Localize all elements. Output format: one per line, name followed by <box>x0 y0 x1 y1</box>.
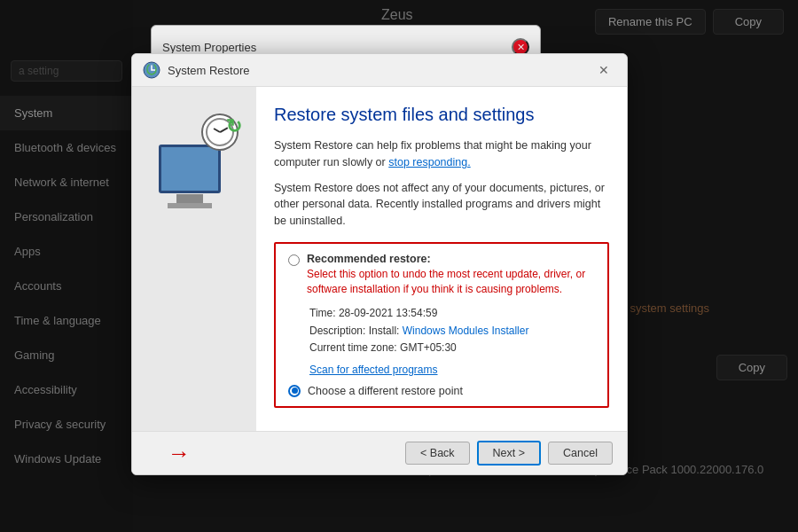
dialog-heading: Restore system files and settings <box>274 105 609 125</box>
dialog-desc1: System Restore can help fix problems tha… <box>274 137 609 171</box>
dialog-close-button[interactable]: ✕ <box>591 61 616 79</box>
next-button[interactable]: Next > <box>477 441 541 466</box>
restore-arrow: ↺ <box>226 115 242 138</box>
recommended-radio[interactable] <box>288 254 300 266</box>
tz-label: Current time zone: <box>309 341 397 354</box>
dialog-title: System Restore <box>168 64 591 77</box>
choose-label: Choose a different restore point <box>308 385 463 397</box>
dialog-desc2: System Restore does not affect any of yo… <box>274 180 609 230</box>
options-box: Recommended restore: Select this option … <box>274 242 609 408</box>
scan-link[interactable]: Scan for affected programs <box>309 364 595 376</box>
restore-timezone: Current time zone: GMT+05:30 <box>309 340 595 356</box>
dialog-titlebar: System Restore ✕ <box>132 54 627 87</box>
desc-label: Description: <box>309 325 365 337</box>
system-restore-dialog: System Restore ✕ ↺ Restore sy <box>131 53 628 475</box>
desc-value: Install: <box>369 325 400 337</box>
restore-description: Description: Install: Windows Modules In… <box>309 323 595 340</box>
dialog-left-panel: ↺ <box>132 87 256 431</box>
restore-details: Time: 28-09-2021 13:54:59 Description: I… <box>309 305 595 356</box>
recommended-option: Recommended restore: Select this option … <box>288 253 595 297</box>
monitor-graphic <box>159 145 221 193</box>
recommended-option-text: Recommended restore: Select this option … <box>307 253 595 297</box>
time-label: Time: <box>309 307 336 319</box>
restore-time: Time: 28-09-2021 13:54:59 <box>309 305 595 322</box>
recommended-label: Recommended restore: <box>307 253 595 265</box>
restore-icon-small <box>143 61 160 79</box>
desc-link[interactable]: Windows Modules Installer <box>403 325 529 337</box>
recommended-sublabel: Select this option to undo the most rece… <box>307 267 595 297</box>
cancel-button[interactable]: Cancel <box>548 442 613 465</box>
restore-graphic: ↺ <box>150 113 239 193</box>
time-value: 28-09-2021 13:54:59 <box>339 307 437 319</box>
back-button[interactable]: < Back <box>405 442 470 465</box>
choose-radio[interactable] <box>288 385 301 397</box>
choose-option: Choose a different restore point <box>288 385 595 397</box>
dialog-footer: → < Back Next > Cancel <box>132 431 627 474</box>
arrow-indicator: → <box>168 439 191 466</box>
tz-value: GMT+05:30 <box>400 341 457 354</box>
dialog-body: ↺ Restore system files and settings Syst… <box>132 87 627 431</box>
dialog-right-panel: Restore system files and settings System… <box>256 87 627 431</box>
desc1-link[interactable]: stop responding. <box>388 156 470 168</box>
system-props-title: System Properties <box>162 41 512 54</box>
